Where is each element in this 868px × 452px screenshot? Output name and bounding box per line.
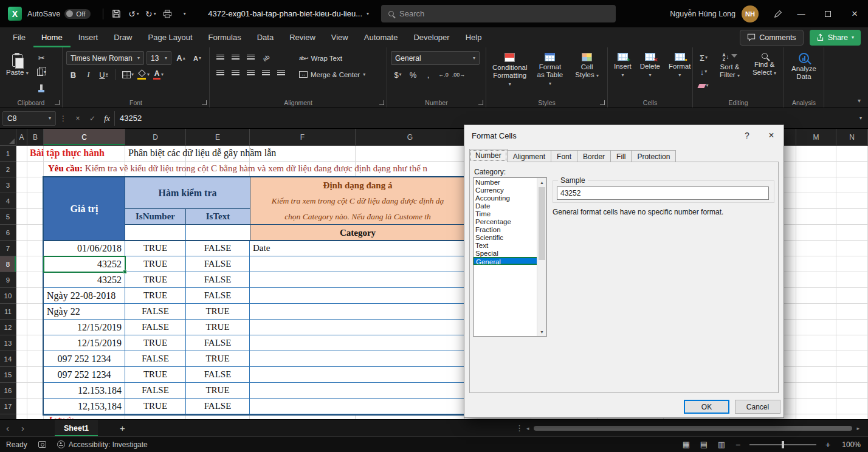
page-break-view-button[interactable]: ▥ (714, 437, 729, 452)
avatar[interactable]: NH (742, 5, 759, 22)
sheet-nav-right-button[interactable]: › (15, 423, 30, 433)
column-header-B[interactable]: B (27, 129, 44, 145)
scroll-right-icon[interactable]: ▸ (856, 425, 859, 431)
cell-C11[interactable]: Ngày 22 (44, 304, 125, 320)
borders-button[interactable]: ▾ (121, 68, 135, 81)
zoom-level[interactable]: 100% (836, 440, 861, 449)
ribbon-tab-formulas[interactable]: Formulas (201, 27, 249, 47)
row-header-8[interactable]: 8 (0, 256, 16, 272)
select-all-corner[interactable] (0, 129, 16, 145)
row-header-15[interactable]: 15 (0, 367, 16, 383)
cut-button[interactable]: ✂ (35, 51, 49, 64)
header-ham-kiem-tra[interactable]: Hàm kiểm tra (125, 177, 250, 209)
minimize-button[interactable]: — (788, 0, 815, 27)
horizontal-scrollbar[interactable]: ◂ ▸ (526, 425, 859, 432)
dialog-tab-number[interactable]: Number (469, 149, 508, 162)
row-header-13[interactable]: 13 (0, 335, 16, 351)
cell-F11[interactable] (250, 304, 465, 320)
category-option-currency[interactable]: Currency (474, 187, 537, 194)
cell-E11[interactable]: TRUE (186, 304, 250, 320)
category-option-number[interactable]: Number (474, 179, 537, 187)
scroll-up-icon[interactable]: ▲ (537, 178, 546, 187)
cell-D10[interactable]: TRUE (125, 288, 186, 304)
increase-indent-button[interactable] (274, 67, 288, 80)
cell-C13[interactable]: 12/15/2019 (44, 335, 125, 351)
cell-E9[interactable]: FALSE (186, 272, 250, 288)
ribbon-tab-file[interactable]: File (5, 27, 33, 47)
column-header-E[interactable]: E (186, 129, 250, 145)
sheet-tab-options[interactable]: ⋮ (515, 423, 523, 433)
cell-F14[interactable] (250, 351, 465, 367)
column-header-D[interactable]: D (125, 129, 186, 145)
styles-dialog-launcher-icon[interactable] (600, 100, 605, 105)
cell-F16[interactable] (250, 383, 465, 399)
row-header-1[interactable]: 1 (0, 146, 16, 162)
align-top-button[interactable] (213, 51, 227, 64)
cell-B1-title[interactable]: Bài tập thực hành (30, 148, 105, 159)
ink-button[interactable] (768, 0, 788, 27)
formula-input[interactable]: 43252 (114, 111, 853, 126)
print-button[interactable] (160, 6, 175, 22)
row-header-12[interactable]: 12 (0, 320, 16, 335)
column-header-F[interactable]: F (250, 129, 356, 145)
format-painter-button[interactable] (35, 80, 49, 94)
row-header-10[interactable]: 10 (0, 288, 16, 304)
name-box[interactable]: C8 ▾ (2, 111, 56, 126)
sheet-tab-sheet1[interactable]: Sheet1 (55, 420, 98, 436)
row-header-2[interactable]: 2 (0, 162, 16, 177)
scroll-down-icon[interactable]: ▼ (537, 327, 546, 336)
cell-D8[interactable]: TRUE (125, 256, 186, 272)
expand-formula-bar-button[interactable]: ▾ (853, 111, 868, 126)
align-left-button[interactable] (213, 67, 227, 80)
category-option-accounting[interactable]: Accounting (474, 194, 537, 202)
ribbon-tab-data[interactable]: Data (249, 27, 281, 47)
cell-F8[interactable] (250, 256, 465, 272)
cell-F12[interactable] (250, 320, 465, 335)
category-listbox[interactable]: GeneralNumberCurrencyAccountingDateTimeP… (473, 177, 547, 337)
paste-button[interactable]: Paste ▾ (4, 51, 31, 98)
cell-D1-subtitle[interactable]: Phân biệt các dữ liệu dễ gây nhầm lẫn (128, 148, 276, 159)
zoom-slider[interactable] (749, 444, 816, 445)
merge-center-button[interactable]: ↔Merge & Center▾ (297, 67, 368, 81)
increase-font-size-button[interactable]: A▴ (174, 52, 188, 65)
cell-D9[interactable]: TRUE (125, 272, 186, 288)
dialog-help-button[interactable]: ? (735, 125, 759, 146)
row-header-4[interactable]: 4 (0, 193, 16, 209)
customize-qat-button[interactable]: ▾ (177, 6, 192, 22)
header-istext[interactable]: IsText (186, 209, 250, 225)
row-header-7[interactable]: 7 (0, 241, 16, 256)
accessibility-status[interactable]: Accessibility: Investigate (57, 440, 148, 449)
autosum-button[interactable]: Σ▾ (697, 51, 711, 64)
dialog-tab-fill[interactable]: Fill (610, 150, 632, 162)
cell-E12[interactable]: TRUE (186, 320, 250, 335)
cell-E15[interactable]: FALSE (186, 367, 250, 383)
category-option-fraction[interactable]: Fraction (474, 226, 537, 234)
bold-button[interactable]: B (66, 68, 80, 81)
format-cells-button[interactable]: ▪ Format ▾ (666, 51, 693, 98)
maximize-button[interactable] (815, 0, 841, 27)
cell-C12[interactable]: 12/15/2019 (44, 320, 125, 335)
category-option-time[interactable]: Time (474, 210, 537, 218)
cell-E16[interactable]: TRUE (186, 383, 250, 399)
ribbon-tab-home[interactable]: Home (33, 27, 71, 47)
cell-D13[interactable]: TRUE (125, 335, 186, 351)
insert-cells-button[interactable]: + Insert ▾ (611, 51, 634, 98)
ribbon-tab-developer[interactable]: Developer (405, 27, 457, 47)
zoom-slider-thumb[interactable] (782, 441, 784, 448)
cell-C15[interactable]: 097 252 1234 (44, 367, 125, 383)
collapse-ribbon-button[interactable]: ▾ (858, 97, 861, 104)
cell-D11[interactable]: FALSE (125, 304, 186, 320)
cancel-entry-button[interactable]: × (71, 111, 85, 126)
cell-C7[interactable]: 01/06/2018 (44, 241, 125, 256)
cell-F17[interactable] (250, 399, 465, 414)
formula-bar-handle[interactable]: ⋮ (56, 111, 71, 126)
dialog-tab-font[interactable]: Font (551, 150, 577, 162)
row-header-5[interactable]: 5 (0, 209, 16, 225)
header-category[interactable]: Category (250, 225, 465, 241)
fill-button[interactable]: ↓▾ (697, 65, 711, 78)
fill-color-button[interactable]: ▾ (136, 68, 150, 81)
column-header-A[interactable]: A (16, 129, 27, 145)
listbox-scrollbar[interactable]: ▲ ▼ (537, 178, 546, 336)
sheet-nav-left-button[interactable]: ‹ (0, 423, 15, 433)
format-as-table-button[interactable]: Format as Table ▾ (534, 51, 567, 98)
